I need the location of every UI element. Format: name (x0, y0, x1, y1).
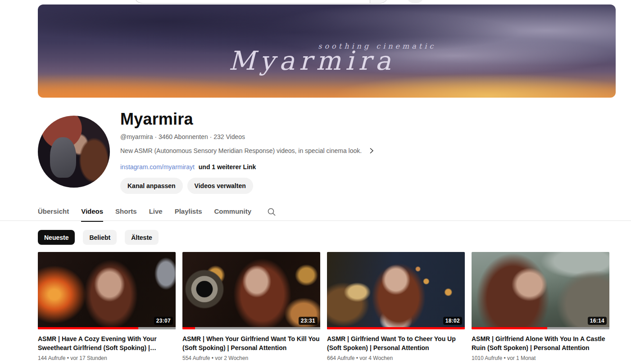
youtube-channel-page: soothing cinematic Myarmira Myarmira @my… (0, 0, 631, 364)
instagram-link[interactable]: instagram.com/myarmirayt (120, 163, 195, 171)
chip-aelteste[interactable]: Älteste (125, 230, 159, 245)
chip-beliebt[interactable]: Beliebt (83, 230, 117, 245)
tab-shorts[interactable]: Shorts (115, 207, 137, 217)
video-card[interactable]: 18:02 ASMR | Girlfriend Want To to Cheer… (327, 252, 465, 361)
video-card[interactable]: 16:14 ASMR | Girlfriend Alone With You I… (472, 252, 609, 361)
watch-progress-fill (38, 327, 138, 329)
video-thumbnail[interactable]: 16:14 (472, 252, 609, 329)
view-count: 554 Aufrufe (182, 355, 210, 361)
duration-badge: 23:07 (154, 317, 173, 325)
channel-avatar[interactable] (38, 116, 110, 188)
watch-progress-fill (327, 327, 465, 329)
video-meta: 554 Aufrufe • vor 2 Wochen (182, 355, 320, 361)
channel-description-row[interactable]: New ASMR (Autonomous Sensory Meridian Re… (120, 147, 375, 154)
upload-age: vor 1 Monat (507, 355, 536, 361)
video-card[interactable]: 23:07 ASMR | Have A Cozy Evening With Yo… (38, 252, 176, 361)
video-title[interactable]: ASMR | Girlfriend Want To to Cheer You U… (327, 334, 465, 352)
tab-uebersicht[interactable]: Übersicht (38, 207, 69, 217)
tab-live[interactable]: Live (149, 207, 163, 217)
duration-badge: 16:14 (588, 317, 607, 325)
upload-age: vor 4 Wochen (359, 355, 393, 361)
video-thumbnail[interactable]: 23:31 (182, 252, 320, 329)
video-title[interactable]: ASMR | When Your Girlfriend Want To Kill… (182, 334, 320, 352)
search-button[interactable] (370, 0, 389, 4)
video-meta: 1010 Aufrufe • vor 1 Monat (472, 355, 609, 361)
video-count: 232 Videos (213, 133, 245, 140)
watch-progress-track (472, 327, 609, 329)
video-card[interactable]: 23:31 ASMR | When Your Girlfriend Want T… (182, 252, 320, 361)
customize-channel-button[interactable]: Kanal anpassen (120, 178, 183, 194)
watch-progress-track (327, 327, 465, 329)
video-title[interactable]: ASMR | Girlfriend Alone With You In A Ca… (472, 334, 609, 352)
duration-badge: 23:31 (299, 317, 318, 325)
manage-videos-button[interactable]: Videos verwalten (187, 178, 253, 194)
more-links-label: und 1 weiterer Link (199, 163, 256, 171)
chevron-right-icon[interactable] (368, 147, 375, 154)
watch-progress-track (38, 327, 176, 329)
video-thumbnail[interactable]: 18:02 (327, 252, 465, 329)
channel-search-icon[interactable] (267, 207, 276, 216)
video-title[interactable]: ASMR | Have A Cozy Evening With Your Swe… (38, 334, 176, 352)
banner-logo-text: Myarmira (228, 45, 395, 76)
channel-tabs: Übersicht Videos Shorts Live Playlists C… (38, 203, 276, 220)
channel-banner: soothing cinematic Myarmira (38, 4, 616, 98)
channel-stats-row: @myarmira · 3460 Abonnenten · 232 Videos (120, 133, 245, 140)
subscriber-count: 3460 Abonnenten (159, 133, 208, 140)
video-meta: 664 Aufrufe • vor 4 Wochen (327, 355, 465, 361)
watch-progress-fill (472, 327, 547, 329)
channel-name: Myarmira (120, 110, 193, 129)
tab-playlists[interactable]: Playlists (175, 207, 202, 217)
tab-videos[interactable]: Videos (81, 207, 103, 217)
view-count: 1010 Aufrufe (472, 355, 502, 361)
tab-community[interactable]: Community (214, 207, 252, 217)
watch-progress-track (182, 327, 320, 329)
view-count: 664 Aufrufe (327, 355, 354, 361)
tabs-divider (0, 220, 631, 221)
channel-links-row: instagram.com/myarmirayt und 1 weiterer … (120, 163, 256, 171)
avatar-mannequin-head (50, 137, 76, 178)
sort-filter-chips: Neueste Beliebt Älteste (38, 230, 159, 245)
voice-search-button[interactable] (406, 0, 424, 4)
channel-description: New ASMR (Autonomous Sensory Meridian Re… (120, 147, 362, 154)
search-input[interactable] (134, 0, 370, 4)
upload-age: vor 17 Stunden (70, 355, 107, 361)
duration-badge: 18:02 (443, 317, 462, 325)
watch-progress-fill (182, 327, 195, 329)
upload-age: vor 2 Wochen (215, 355, 248, 361)
view-count: 144 Aufrufe (38, 355, 65, 361)
chip-neueste[interactable]: Neueste (38, 230, 75, 245)
channel-action-buttons: Kanal anpassen Videos verwalten (120, 178, 253, 194)
video-meta: 144 Aufrufe • vor 17 Stunden (38, 355, 176, 361)
channel-handle: @myarmira (120, 133, 153, 140)
video-thumbnail[interactable]: 23:07 (38, 252, 176, 329)
